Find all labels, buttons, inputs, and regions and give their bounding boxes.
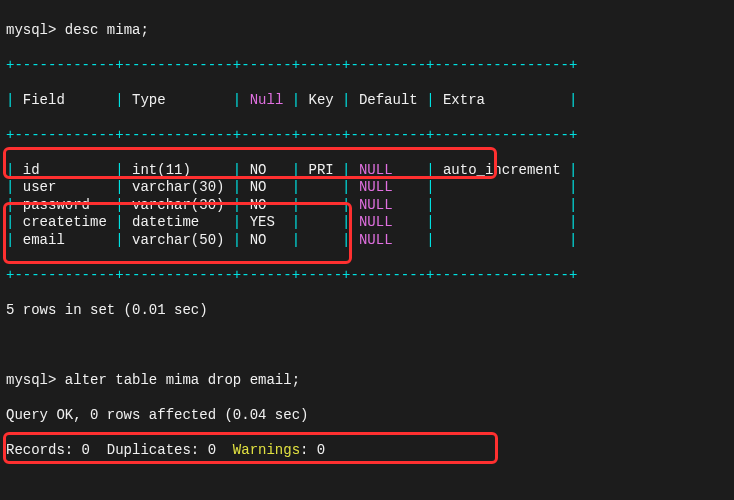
- terminal[interactable]: mysql> desc mima; +------------+--------…: [0, 0, 734, 500]
- table-border: +------------+-------------+------+-----…: [6, 127, 728, 145]
- cmd-line-1: mysql> desc mima;: [6, 22, 728, 40]
- cmd2-result-1: Query OK, 0 rows affected (0.04 sec): [6, 407, 728, 425]
- table-row: | password | varchar(30) | NO | | NULL |…: [6, 197, 728, 215]
- cmd-line-2: mysql> alter table mima drop email;: [6, 372, 728, 390]
- table-footer: 5 rows in set (0.01 sec): [6, 302, 728, 320]
- blank-line: [6, 477, 728, 495]
- table-border: +------------+-------------+------+-----…: [6, 267, 728, 285]
- table-row: | email | varchar(50) | NO | | NULL | |: [6, 232, 728, 250]
- table-row: | user | varchar(30) | NO | | NULL | |: [6, 179, 728, 197]
- table-row: | createtime | datetime | YES | | NULL |…: [6, 214, 728, 232]
- table-row: | id | int(11) | NO | PRI | NULL | auto_…: [6, 162, 728, 180]
- blank-line: [6, 337, 728, 355]
- table-border: +------------+-------------+------+-----…: [6, 57, 728, 75]
- cmd2-result-2: Records: 0 Duplicates: 0 Warnings: 0: [6, 442, 728, 460]
- table-header: | Field | Type | Null | Key | Default | …: [6, 92, 728, 110]
